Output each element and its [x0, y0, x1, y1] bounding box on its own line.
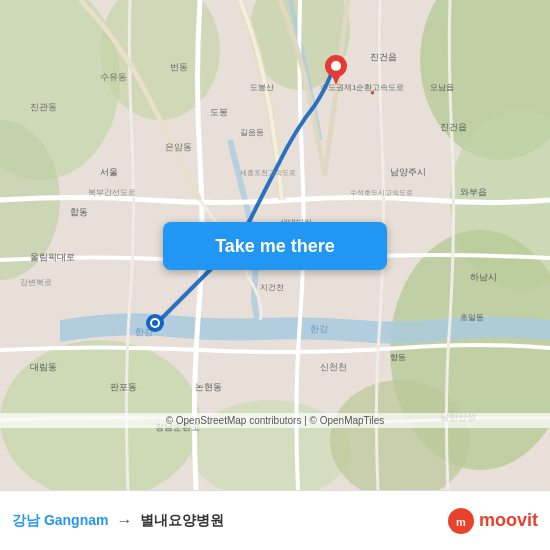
svg-text:은암동: 은암동 [165, 142, 192, 152]
svg-text:향동: 향동 [390, 353, 406, 362]
moovit-logo-text: moovit [479, 510, 538, 531]
svg-text:논현동: 논현동 [195, 382, 222, 392]
svg-text:진건읍: 진건읍 [370, 52, 397, 62]
svg-text:올림픽대로: 올림픽대로 [30, 252, 75, 262]
svg-text:서울: 서울 [100, 167, 118, 177]
route-info: 강남 Gangnam → 별내요양병원 [12, 512, 224, 530]
svg-text:남양주시: 남양주시 [390, 167, 426, 177]
svg-text:길음동: 길음동 [240, 128, 264, 137]
svg-text:강변북로: 강변북로 [20, 278, 52, 287]
from-label: 강남 Gangnam [12, 512, 108, 530]
svg-text:초일동: 초일동 [460, 313, 484, 322]
to-label: 별내요양병원 [140, 512, 224, 530]
svg-text:합동: 합동 [70, 207, 88, 217]
svg-text:진관동: 진관동 [30, 102, 57, 112]
svg-text:지건천: 지건천 [260, 283, 284, 292]
svg-text:대림동: 대림동 [30, 362, 57, 372]
svg-text:판포동: 판포동 [110, 382, 137, 392]
svg-text:세종포천고속도로: 세종포천고속도로 [240, 169, 296, 177]
svg-point-51 [152, 320, 158, 326]
bottom-bar: 강남 Gangnam → 별내요양병원 m moovit [0, 490, 550, 550]
svg-text:번동: 번동 [170, 62, 188, 72]
arrow-icon: → [116, 512, 132, 530]
svg-text:북부간선도로: 북부간선도로 [88, 188, 136, 197]
moovit-logo: m moovit [447, 507, 538, 535]
map-attribution: © OpenStreetMap contributors | © OpenMap… [0, 413, 550, 428]
svg-text:하남시: 하남시 [470, 272, 497, 282]
origin-pin [146, 314, 164, 336]
svg-text:●: ● [370, 88, 375, 97]
destination-pin [325, 55, 347, 89]
moovit-logo-icon: m [447, 507, 475, 535]
map-container: 북부간선도로 세종포천고속도로 수석호도시고속도로 강변북로 한강 한강 진관동… [0, 0, 550, 490]
svg-text:신천천: 신천천 [320, 362, 347, 372]
take-me-there-button[interactable]: Take me there [163, 222, 387, 270]
svg-marker-47 [330, 71, 342, 85]
svg-text:수석호도시고속도로: 수석호도시고속도로 [350, 189, 413, 197]
svg-text:와부읍: 와부읍 [460, 187, 487, 197]
svg-text:진건읍: 진건읍 [440, 122, 467, 132]
svg-text:오남읍: 오남읍 [430, 83, 454, 92]
svg-text:수유동: 수유동 [100, 72, 127, 82]
svg-point-48 [331, 61, 341, 71]
svg-text:한강: 한강 [310, 324, 328, 334]
svg-text:도봉산: 도봉산 [250, 83, 274, 92]
svg-text:도봉: 도봉 [210, 107, 228, 117]
svg-text:m: m [456, 516, 466, 528]
